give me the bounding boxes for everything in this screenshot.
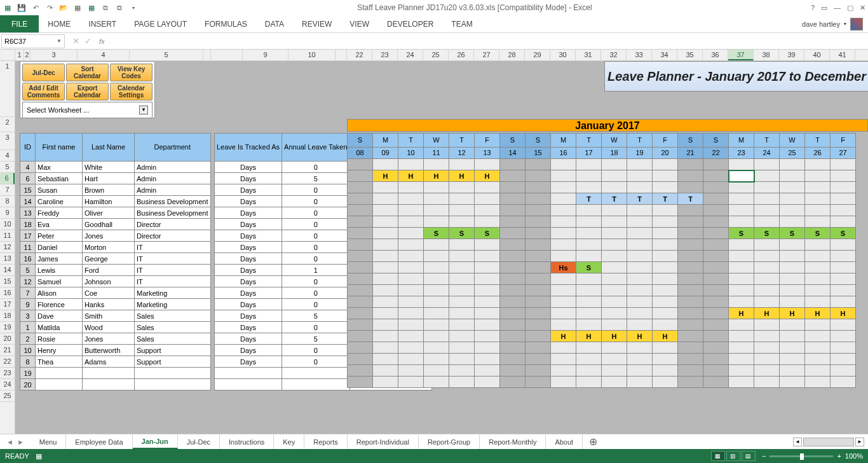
sheet-tab-jul-dec[interactable]: Jul-Dec [178,434,220,449]
qat-icon-1[interactable]: ▦ [72,3,83,13]
zoom-out-icon[interactable]: − [762,452,766,460]
col-header[interactable]: 28 [499,50,525,60]
table-row[interactable]: 18EvaGoodhallDirector [20,219,211,230]
row-header[interactable]: 1 [0,61,15,117]
add-edit-comments-button[interactable]: Add / Edit Comments [22,83,65,100]
ribbon-tab-page-layout[interactable]: PAGE LAYOUT [125,15,196,32]
tab-nav-next-icon[interactable]: ► [17,438,24,446]
calendar-row[interactable] [348,159,856,170]
sheet-tab-jan-jun[interactable]: Jan-Jun [133,434,178,449]
ribbon-options-icon[interactable]: ▭ [821,4,827,12]
export-calendar-button[interactable]: Export Calendar [66,83,109,100]
sheet-canvas[interactable]: Jul-Dec Sort Calendar View Key Codes Add… [15,61,868,436]
redo-icon[interactable]: ↷ [44,3,55,13]
sheet-tab-reports[interactable]: Reports [304,434,348,449]
sheet-tab-about[interactable]: About [546,434,583,449]
page-break-view-icon[interactable]: ▤ [742,451,756,461]
calendar-row[interactable] [348,216,856,228]
calendar-row[interactable]: HHHHH [348,308,856,319]
sheet-tab-report-group[interactable]: Report-Group [419,434,480,449]
calendar-row[interactable]: HHHHH [348,331,856,342]
col-header[interactable]: 1 [15,50,24,60]
select-worksheet-combo[interactable]: Select Worksheet ... ▼ [22,102,153,118]
zoom-slider[interactable] [770,455,833,457]
row-header[interactable]: 21 [0,345,15,356]
table-row[interactable]: 20 [20,379,211,390]
col-header[interactable]: 4 [78,50,130,60]
qat-icon-3[interactable]: ⧉ [100,3,111,13]
zoom-in-icon[interactable]: + [837,452,841,460]
minimize-icon[interactable]: — [834,4,841,12]
hscroll-left-icon[interactable]: ◄ [793,438,802,446]
col-header[interactable]: 5 [130,50,203,60]
col-header[interactable]: 40 [804,50,830,60]
col-header[interactable]: 9 [243,50,288,60]
table-row[interactable]: 3DaveSmithSales [20,310,211,322]
sheet-tab-instructions[interactable]: Instructions [220,434,274,449]
calendar-row[interactable] [348,342,856,354]
jul-dec-button[interactable]: Jul-Dec [22,64,65,81]
table-row[interactable]: 4MaxWhiteAdmin [20,162,211,173]
close-icon[interactable]: ✕ [860,4,865,12]
sheet-tab-report-individual[interactable]: Report-Individual [348,434,419,449]
table-row[interactable]: 15SusanBrownAdmin [20,184,211,196]
calendar-row[interactable]: SSSSSSSS [348,228,856,239]
row-header[interactable]: 16 [0,287,15,299]
col-header[interactable]: 37 [728,50,754,60]
table-row[interactable]: 8TheaAdamsSupport [20,356,211,368]
maximize-icon[interactable]: ▢ [847,4,853,12]
row-header[interactable]: 5 [0,162,15,173]
file-tab[interactable]: FILE [0,15,39,32]
calendar-row[interactable] [348,377,856,388]
col-header[interactable]: 2 [24,50,31,60]
col-header[interactable]: 10 [288,50,336,60]
hscroll-right-icon[interactable]: ► [855,438,864,446]
open-icon[interactable]: 📂 [58,3,69,13]
table-row[interactable]: 13FreddyOliverBusiness Development [20,207,211,219]
table-row[interactable]: 1MatildaWoodSales [20,322,211,333]
view-key-codes-button[interactable]: View Key Codes [110,64,153,81]
calendar-row[interactable]: HHHHH [348,170,856,182]
col-header[interactable]: 41 [830,50,855,60]
row-header[interactable]: 25 [0,390,15,402]
new-sheet-button[interactable]: ⊕ [583,436,604,448]
help-icon[interactable]: ? [811,4,815,12]
sheet-tab-menu[interactable]: Menu [31,434,67,449]
table-row[interactable]: 19 [20,368,211,379]
col-header[interactable]: 30 [550,50,576,60]
undo-icon[interactable]: ↶ [31,3,41,13]
col-header[interactable]: 3 [31,50,78,60]
sheet-tab-key[interactable]: Key [274,434,304,449]
sort-calendar-button[interactable]: Sort Calendar [66,64,109,81]
table-row[interactable]: 2RosieJonesSales [20,333,211,345]
table-row[interactable]: 6SebastianHartAdmin [20,173,211,184]
normal-view-icon[interactable]: ▦ [711,451,725,461]
tab-nav-prev-icon[interactable]: ◄ [6,438,13,446]
save-icon[interactable]: 💾 [17,3,27,13]
col-header[interactable]: 35 [677,50,703,60]
calendar-row[interactable] [348,285,856,296]
sheet-tab-report-monthly[interactable]: Report-Monthly [480,434,546,449]
col-header[interactable]: 24 [398,50,423,60]
row-header[interactable]: 22 [0,356,15,368]
qat-dropdown-icon[interactable]: ▾ [128,3,139,13]
fx-icon[interactable]: fx [97,38,107,45]
calendar-row[interactable] [348,182,856,193]
table-row[interactable]: 10HenryButterworthSupport [20,345,211,356]
col-header[interactable]: 31 [576,50,601,60]
row-header[interactable]: 18 [0,310,15,322]
ribbon-tab-team[interactable]: TEAM [442,15,481,32]
ribbon-tab-view[interactable]: VIEW [341,15,378,32]
calendar-row[interactable]: HsS [348,262,856,273]
col-header[interactable]: 38 [754,50,779,60]
row-header[interactable]: 10 [0,219,15,230]
row-header[interactable]: 24 [0,379,15,390]
row-header[interactable]: 8 [0,196,15,207]
row-header[interactable]: 17 [0,299,15,310]
row-header[interactable]: 7 [0,184,15,196]
zoom-level[interactable]: 100% [845,452,863,460]
ribbon-tab-data[interactable]: DATA [256,15,293,32]
table-row[interactable]: 11DanielMortonIT [20,242,211,253]
table-row[interactable]: 14CarolineHamiltonBusiness Development [20,196,211,207]
table-row[interactable]: 12SamuelJohnsonIT [20,276,211,287]
